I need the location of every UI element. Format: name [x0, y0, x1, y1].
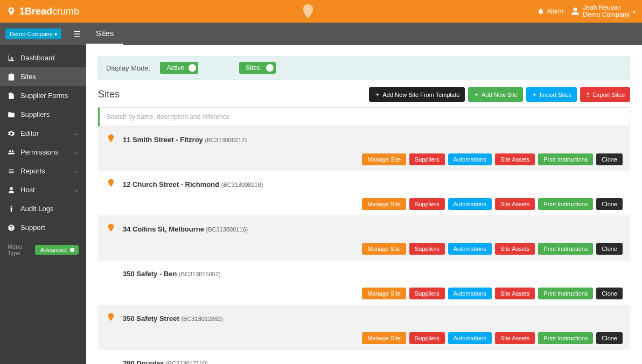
manage-site-button[interactable]: Manage Site [362, 198, 406, 210]
add-from-template-label: Add New Site From Template [382, 92, 459, 98]
search-wrap [98, 107, 630, 127]
sidebar-item-label: Sites [20, 73, 36, 81]
site-ref: (BC313008116) [206, 226, 248, 233]
main-content: Display Mode: Active Sites Sites ＋ Add N… [86, 45, 642, 364]
site-name[interactable]: 350 Safety Street (BC313012882) [123, 314, 223, 323]
clone-button[interactable]: Clone [596, 153, 623, 165]
menu-toggle-icon[interactable]: ☰ [73, 29, 81, 39]
sidebar-item-host[interactable]: Host⌄ [0, 180, 86, 199]
site-row: 390 Douglas (BC313017110)Manage SiteSupp… [98, 350, 630, 364]
add-from-template-button[interactable]: ＋ Add New Site From Template [369, 87, 465, 102]
body-icon [8, 205, 15, 213]
site-assets-button[interactable]: Site Assets [495, 243, 535, 255]
sidebar-item-supplier-forms[interactable]: Supplier Forms [0, 86, 86, 105]
toggle-knob [189, 64, 196, 72]
suppliers-button[interactable]: Suppliers [409, 198, 445, 210]
suppliers-button[interactable]: Suppliers [409, 288, 445, 299]
site-assets-button[interactable]: Site Assets [495, 332, 535, 344]
brand-thin: crumb [52, 6, 79, 17]
menu-type-value: Advanced [40, 247, 67, 253]
manage-site-button[interactable]: Manage Site [362, 153, 406, 165]
sidebar-item-dashboard[interactable]: Dashboard [0, 48, 86, 67]
site-ref: (BC313008218) [221, 181, 263, 188]
subbar: Demo Company ▾ ☰ Sites [0, 23, 642, 45]
brand[interactable]: 1Breadcrumb [6, 6, 79, 17]
site-logo-icon [106, 133, 116, 146]
menu-type-toggle[interactable]: Advanced [35, 245, 79, 255]
sidebar-item-reports[interactable]: Reports⌄ [0, 162, 86, 180]
toggle-active-label: Active [166, 64, 184, 72]
display-mode-strip: Display Mode: Active Sites [98, 56, 630, 80]
suppliers-button[interactable]: Suppliers [409, 332, 445, 344]
site-assets-button[interactable]: Site Assets [495, 153, 535, 165]
sidebar-item-sites[interactable]: Sites [0, 67, 86, 86]
print-instructions-button[interactable]: Print Instructions [538, 153, 593, 165]
plus-icon: ＋ [532, 90, 538, 99]
menu-type-label: Menu Type [8, 243, 31, 256]
header-buttons: ＋ Add New Site From Template ＋ Add New S… [369, 87, 630, 102]
site-head: 390 Douglas (BC313017110) [106, 356, 623, 364]
site-logo-icon [106, 312, 116, 325]
site-assets-button[interactable]: Site Assets [495, 288, 535, 299]
sites-list: 11 Smith Street - Fitzroy (BC313008217)M… [98, 127, 630, 364]
automations-button[interactable]: Automations [448, 153, 492, 165]
import-sites-button[interactable]: ＋ Import Sites [526, 87, 577, 102]
manage-site-button[interactable]: Manage Site [362, 243, 406, 255]
page-tab[interactable]: Sites [86, 23, 123, 45]
automations-button[interactable]: Automations [448, 332, 492, 344]
clone-button[interactable]: Clone [596, 198, 623, 210]
site-logo-icon [106, 267, 116, 280]
sidebar-item-label: Support [20, 223, 45, 232]
export-sites-button[interactable]: Export Sites [580, 87, 630, 102]
automations-button[interactable]: Automations [448, 198, 492, 210]
toggle-active[interactable]: Active [160, 62, 198, 74]
site-assets-button[interactable]: Site Assets [495, 198, 535, 210]
chevron-down-icon: ⌄ [74, 130, 79, 136]
site-row: 12 Church Street - Richmond (BC313008218… [98, 171, 630, 216]
topbar-right: Alarm Jeah Reuyan Demo Company ▾ [537, 4, 636, 18]
sidebar-item-permissions[interactable]: Permissions⌄ [0, 143, 86, 162]
site-logo-icon [106, 222, 116, 235]
site-name[interactable]: 350 Safety - Ben (BC313015062) [123, 270, 221, 278]
user-menu[interactable]: Jeah Reuyan Demo Company ▾ [571, 4, 636, 18]
print-instructions-button[interactable]: Print Instructions [538, 288, 593, 299]
sidebar-item-label: Dashboard [20, 54, 55, 62]
section-title: Sites [98, 89, 120, 100]
automations-button[interactable]: Automations [448, 243, 492, 255]
site-name[interactable]: 12 Church Street - Richmond (BC313008218… [123, 180, 263, 188]
manage-site-button[interactable]: Manage Site [362, 332, 406, 344]
search-input[interactable] [100, 108, 630, 126]
add-new-site-button[interactable]: ＋ Add New Site [468, 87, 523, 102]
user-company: Demo Company [583, 11, 630, 18]
bell-icon [537, 8, 545, 15]
sidebar-item-audit-logs[interactable]: Audit Logs [0, 199, 86, 218]
site-actions: Manage SiteSuppliersAutomationsSite Asse… [106, 243, 623, 255]
clone-button[interactable]: Clone [596, 243, 623, 255]
alarm-button[interactable]: Alarm [537, 8, 563, 15]
site-name[interactable]: 390 Douglas (BC313017110) [123, 359, 208, 365]
plus-icon: ＋ [473, 90, 479, 99]
sidebar-item-label: Audit Logs [20, 205, 53, 213]
display-mode-label: Display Mode: [106, 64, 150, 72]
users-icon [8, 149, 15, 156]
sidebar-item-editor[interactable]: Editor⌄ [0, 124, 86, 143]
print-instructions-button[interactable]: Print Instructions [538, 332, 593, 344]
site-actions: Manage SiteSuppliersAutomationsSite Asse… [106, 332, 623, 344]
suppliers-button[interactable]: Suppliers [409, 243, 445, 255]
clone-button[interactable]: Clone [596, 332, 623, 344]
file-icon [8, 92, 15, 100]
toggle-sites[interactable]: Sites [239, 62, 276, 74]
company-selector[interactable]: Demo Company ▾ [5, 29, 61, 39]
site-name[interactable]: 11 Smith Street - Fitzroy (BC313008217) [123, 136, 247, 144]
manage-site-button[interactable]: Manage Site [362, 288, 406, 299]
suppliers-button[interactable]: Suppliers [409, 153, 445, 165]
print-instructions-button[interactable]: Print Instructions [538, 198, 593, 210]
site-row: 11 Smith Street - Fitzroy (BC313008217)M… [98, 127, 630, 171]
sidebar-item-suppliers[interactable]: Suppliers [0, 105, 86, 124]
sidebar-item-support[interactable]: Support [0, 218, 86, 237]
site-name[interactable]: 34 Collins St, Melbourne (BC313008116) [123, 225, 248, 233]
clone-button[interactable]: Clone [596, 288, 623, 299]
site-ref: (BC313008217) [205, 137, 247, 143]
automations-button[interactable]: Automations [448, 288, 492, 299]
print-instructions-button[interactable]: Print Instructions [538, 243, 593, 255]
